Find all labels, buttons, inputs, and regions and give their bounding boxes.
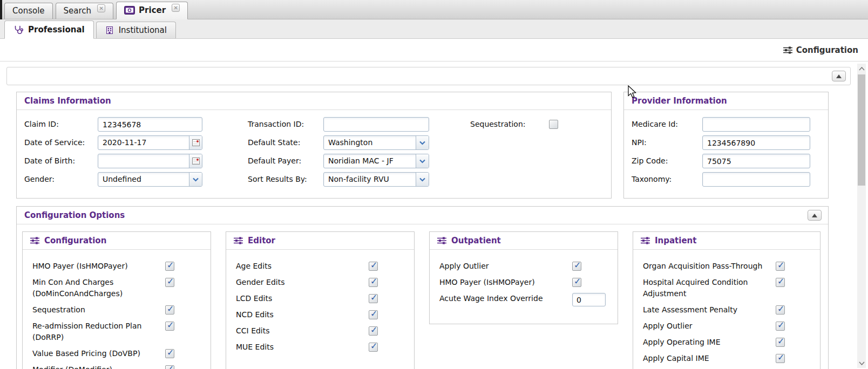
collapse-up-button[interactable]	[832, 71, 846, 81]
npi-input[interactable]	[702, 135, 810, 150]
sliders-icon	[783, 46, 792, 54]
tab-institutional-label: Institutional	[119, 25, 167, 35]
option-checkbox[interactable]	[165, 262, 174, 271]
sequestration-checkbox[interactable]	[549, 120, 558, 129]
configuration-subpanel: Configuration HMO Payer (IsHMOPayer) Min…	[22, 231, 211, 369]
close-icon[interactable]: ✕	[97, 4, 105, 12]
default-payer-value: Noridian MAC - JF	[324, 154, 416, 168]
triangle-up-icon	[836, 74, 842, 78]
option-checkbox[interactable]	[776, 338, 785, 347]
option-row: CCI Edits	[236, 325, 404, 337]
option-checkbox[interactable]	[776, 262, 785, 271]
option-row: Organ Acquisition Pass-Through	[643, 261, 810, 272]
chevron-down-icon[interactable]	[189, 173, 202, 186]
default-payer-label: Default Payer:	[248, 154, 301, 168]
provider-information-header: Provider Information	[624, 92, 828, 110]
provider-information-title: Provider Information	[632, 96, 727, 106]
calendar-icon[interactable]	[189, 136, 202, 149]
vertical-scrollbar[interactable]	[857, 64, 866, 368]
chevron-down-icon[interactable]	[416, 136, 429, 149]
acute-wage-index-override-input[interactable]	[572, 293, 606, 306]
option-label: Age Edits	[236, 261, 364, 272]
gender-label: Gender:	[24, 172, 55, 187]
option-row: Modifier (DoModifier)	[32, 364, 201, 369]
taxonomy-input[interactable]	[702, 172, 810, 187]
sort-results-by-select[interactable]: Non-facility RVU	[323, 172, 429, 187]
option-row: Apply Outlier	[439, 261, 608, 272]
option-label: Apply Operating IME	[643, 337, 771, 348]
money-icon	[124, 6, 135, 15]
gender-select[interactable]: Undefined	[98, 172, 202, 187]
option-checkbox[interactable]	[776, 354, 785, 363]
option-row: HMO Payer (IsHMOPayer)	[439, 277, 608, 288]
default-payer-select[interactable]: Noridian MAC - JF	[323, 154, 429, 168]
option-checkbox[interactable]	[369, 262, 378, 271]
option-row: Late Assessment Penalty	[643, 304, 810, 316]
tab-search-label: Search	[64, 6, 92, 16]
npi-label: NPI:	[632, 135, 647, 150]
option-label: Sequestration	[32, 304, 161, 316]
scrollbar-thumb[interactable]	[858, 74, 865, 186]
option-checkbox[interactable]	[165, 365, 174, 369]
tab-institutional[interactable]: Institutional	[96, 22, 176, 38]
option-checkbox[interactable]	[165, 305, 174, 315]
scroll-down-icon[interactable]	[857, 358, 866, 368]
toolbar: Configuration	[0, 39, 868, 62]
option-checkbox[interactable]	[369, 310, 378, 319]
tab-console[interactable]: Console	[4, 3, 53, 19]
zip-code-label: Zip Code:	[632, 154, 668, 168]
date-of-birth-label: Date of Birth:	[24, 154, 75, 168]
editor-subpanel: Editor Age Edits Gender Edits LCD Edits …	[226, 231, 415, 369]
claims-information-header: Claims Information	[17, 92, 611, 110]
provider-information-panel: Provider Information Medicare Id: NPI: Z…	[623, 92, 829, 199]
option-checkbox[interactable]	[165, 322, 174, 331]
default-state-select[interactable]: Washington	[323, 135, 429, 150]
sliders-icon	[234, 237, 243, 244]
option-checkbox[interactable]	[165, 278, 174, 287]
option-label: Hospital Acquired Condition Adjustment	[643, 277, 771, 299]
option-checkbox[interactable]	[776, 322, 785, 331]
date-of-birth-field[interactable]	[98, 154, 202, 168]
option-checkbox[interactable]	[165, 349, 174, 358]
option-checkbox[interactable]	[572, 262, 581, 271]
triangle-up-icon	[812, 214, 817, 217]
window-edge	[0, 0, 2, 19]
zip-code-input[interactable]	[702, 154, 810, 168]
option-checkbox[interactable]	[369, 278, 378, 287]
tab-pricer[interactable]: Pricer ✕	[116, 2, 188, 19]
tab-search[interactable]: Search ✕	[56, 3, 114, 19]
collapse-up-button[interactable]	[808, 210, 822, 221]
option-label: Apply Outlier	[439, 261, 568, 272]
window-tab-bar: Console Search ✕ Pricer ✕	[0, 0, 868, 19]
option-checkbox[interactable]	[776, 305, 785, 315]
close-icon[interactable]: ✕	[172, 4, 180, 12]
tab-professional[interactable]: Professional	[4, 20, 94, 39]
sort-results-by-label: Sort Results By:	[248, 172, 307, 187]
option-checkbox[interactable]	[776, 278, 785, 287]
configuration-button[interactable]: Configuration	[781, 44, 860, 56]
option-label: Value Based Pricing (DoVBP)	[32, 348, 161, 359]
transaction-id-input[interactable]	[323, 117, 429, 132]
option-checkbox[interactable]	[369, 294, 378, 303]
date-of-service-value: 2020-11-17	[98, 136, 189, 149]
option-row: Apply Capital IME	[643, 353, 810, 364]
sliders-icon	[30, 237, 39, 244]
option-checkbox[interactable]	[369, 343, 378, 352]
outpatient-subpanel-header: Outpatient	[430, 232, 618, 250]
outpatient-subpanel-title: Outpatient	[451, 236, 501, 245]
option-label: MUE Edits	[236, 341, 364, 353]
option-checkbox[interactable]	[572, 278, 581, 287]
taxonomy-label: Taxonomy:	[632, 172, 672, 187]
chevron-down-icon[interactable]	[416, 173, 429, 186]
option-checkbox[interactable]	[369, 326, 378, 336]
option-row: Min Con And Charges (DoMinConAndCharges)	[32, 277, 201, 299]
chevron-down-icon[interactable]	[416, 154, 429, 168]
calendar-icon[interactable]	[189, 154, 202, 168]
option-label: CCI Edits	[236, 325, 364, 337]
claim-id-input[interactable]	[98, 117, 202, 132]
building-icon	[105, 26, 114, 35]
medicare-id-input[interactable]	[702, 117, 810, 132]
configuration-options-title: Configuration Options	[24, 210, 125, 220]
scroll-up-icon[interactable]	[857, 64, 866, 73]
date-of-service-field[interactable]: 2020-11-17	[98, 135, 202, 150]
